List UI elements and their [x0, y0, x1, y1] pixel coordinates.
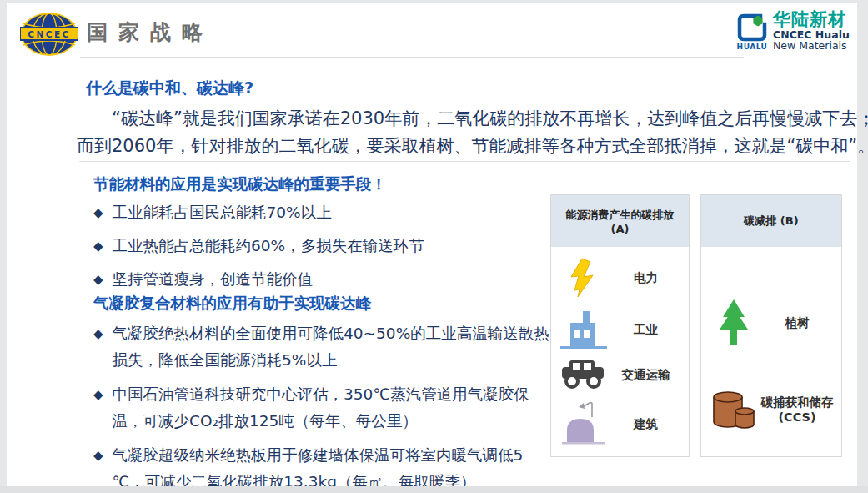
bullet-text: 中国石油管道科技研究中心评估，350℃蒸汽管道用气凝胶保温，可减少CO₂排放12…	[113, 381, 554, 435]
diamond-bullet-icon: ◆	[93, 235, 103, 257]
emissions-panel: 能源消费产生的碳排放 (A) 电力	[550, 194, 690, 457]
row-label: 工业	[610, 322, 682, 337]
hualu-name-en2: New Materials	[773, 40, 850, 51]
list-item: 工业	[551, 309, 689, 350]
row-label-line1: 碳捕获和储存	[760, 395, 835, 410]
aerogel-section-heading: 气凝胶复合材料的应用有助于实现碳达峰	[93, 293, 371, 314]
diamond-bullet-icon: ◆	[93, 442, 103, 469]
row-label: 植树	[760, 315, 835, 330]
list-item: ◆ 坚持管道瘦身，创造节能价值	[93, 269, 424, 290]
diamond-bullet-icon: ◆	[93, 269, 103, 290]
row-label: 碳捕获和储存 (CCS)	[760, 395, 835, 425]
bottom-frame-strip	[0, 486, 868, 493]
intro-heading: 什么是碳中和、碳达峰?	[86, 78, 253, 99]
row-label: 电力	[610, 270, 682, 285]
list-item: 交通运输	[551, 360, 689, 390]
section-divider	[79, 161, 850, 162]
list-item: ◆ 中国石油管道科技研究中心评估，350℃蒸汽管道用气凝胶保温，可减少CO₂排放…	[93, 381, 554, 435]
diamond-bullet-icon: ◆	[93, 202, 103, 224]
diamond-bullet-icon: ◆	[93, 320, 103, 347]
intro-paragraph-line1: “碳达峰”就是我们国家承诺在2030年前，二氧化碳的排放不再增长，达到峰值之后再…	[77, 105, 852, 133]
hualu-logo-text: 华陆新材 CNCEC Hualu New Materials	[773, 10, 850, 51]
bullet-text: 坚持管道瘦身，创造节能价值	[113, 269, 424, 290]
reduction-panel-body: 植树 碳捕获和储存 (CCS)	[701, 247, 841, 430]
hualu-mark-text: HUALU	[737, 43, 768, 51]
list-item: 建筑	[551, 400, 689, 447]
hualu-name-cn: 华陆新材	[773, 10, 850, 28]
tree-icon	[708, 299, 760, 347]
aerogel-bullet-list: ◆ 气凝胶绝热材料的全面使用可降低40~50%的工业高温输送散热损失，降低全国能…	[93, 320, 554, 493]
list-item: ◆ 气凝胶绝热材料的全面使用可降低40~50%的工业高温输送散热损失，降低全国能…	[93, 320, 554, 374]
cncec-logo: CNCEC	[20, 12, 78, 57]
hualu-logo: HUALU 华陆新材 CNCEC Hualu New Materials	[735, 10, 850, 51]
list-item: 植树	[701, 299, 841, 347]
barrels-icon	[708, 389, 760, 430]
row-label-line2: (CCS)	[760, 410, 835, 425]
header-divider	[80, 57, 744, 58]
hualu-mark-icon	[735, 11, 769, 44]
reduction-panel-title: 碳减排 (B)	[701, 195, 841, 247]
bullet-text: 工业热能占总能耗约60%，多损失在输送环节	[113, 235, 424, 257]
row-label: 建筑	[610, 416, 682, 431]
bullet-text: 气凝胶超级纳米绝热板用于修建墙体保温可将室内暖气调低5 ℃，可减少二氧化碳排放1…	[113, 442, 554, 493]
bullet-text: 气凝胶绝热材料的全面使用可降低40~50%的工业高温输送散热损失，降低全国能源消…	[113, 320, 554, 374]
diamond-bullet-icon: ◆	[93, 381, 103, 408]
lightning-icon	[558, 257, 610, 299]
slide: CNCEC 国家战略 HUALU 华陆新材 CNCEC Hualu New Ma…	[7, 3, 857, 486]
building-icon	[558, 400, 610, 447]
hualu-logo-mark: HUALU	[735, 11, 769, 51]
bullet-text: 工业能耗占国民总能耗70%以上	[113, 202, 424, 224]
car-icon	[558, 360, 610, 390]
list-item: ◆ 工业能耗占国民总能耗70%以上	[93, 202, 424, 224]
page-title: 国家战略	[87, 18, 213, 46]
emissions-panel-body: 电力 工业	[551, 247, 689, 457]
cncec-logo-text: CNCEC	[28, 29, 71, 39]
energy-section-heading: 节能材料的应用是实现碳达峰的重要手段！	[93, 174, 387, 194]
list-item: 碳捕获和储存 (CCS)	[701, 389, 841, 430]
emissions-panel-title: 能源消费产生的碳排放 (A)	[551, 195, 689, 247]
reduction-panel: 碳减排 (B) 植树	[700, 194, 842, 457]
factory-icon	[558, 309, 610, 350]
list-item: ◆ 工业热能占总能耗约60%，多损失在输送环节	[93, 235, 424, 257]
intro-paragraph: “碳达峰”就是我们国家承诺在2030年前，二氧化碳的排放不再增长，达到峰值之后再…	[77, 105, 852, 160]
list-item: ◆ 气凝胶超级纳米绝热板用于修建墙体保温可将室内暖气调低5 ℃，可减少二氧化碳排…	[93, 442, 554, 493]
row-label: 交通运输	[610, 367, 682, 382]
energy-bullet-list: ◆ 工业能耗占国民总能耗70%以上 ◆ 工业热能占总能耗约60%，多损失在输送环…	[93, 202, 424, 290]
list-item: 电力	[551, 257, 689, 299]
intro-paragraph-line2: 而到2060年，针对排放的二氧化碳，要采取植树、节能减排等各种方式全部抵消掉，这…	[77, 133, 852, 160]
